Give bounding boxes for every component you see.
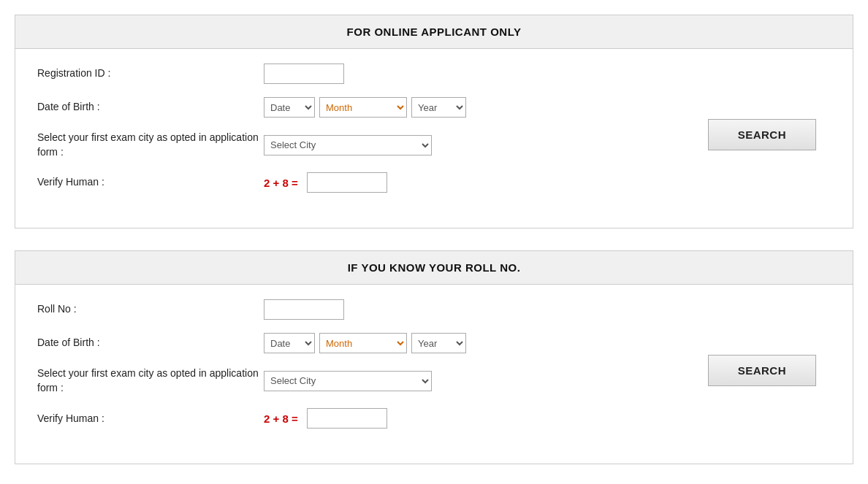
roll-no-row: Roll No : [37, 299, 693, 320]
city-label-2: Select your first exam city as opted in … [37, 366, 264, 395]
registration-id-controls [264, 64, 344, 84]
city-select-2[interactable]: Select City DelhiMumbaiChennai KolkataBa… [264, 371, 432, 391]
search-button-1[interactable]: SEARCH [708, 119, 816, 150]
verify-input-2[interactable] [307, 408, 387, 429]
roll-no-label: Roll No : [37, 302, 264, 317]
dob-year-select-1[interactable]: Year 1990199119921993 1994199519961997 1… [411, 97, 466, 118]
dob-month-select-1[interactable]: Month JanuaryFebruaryMarchApril MayJuneJ… [319, 97, 407, 118]
roll-no-input[interactable] [264, 299, 344, 320]
verify-equation-2: 2 + 8 = [264, 412, 298, 425]
dob-controls-1: Date 12345 678910 1112131415 1617181920 … [264, 97, 466, 118]
city-controls-1: Select City DelhiMumbaiChennai KolkataBa… [264, 135, 432, 155]
verify-row-2: Verify Human : 2 + 8 = [37, 408, 693, 429]
online-applicant-section: FOR ONLINE APPLICANT ONLY Registration I… [15, 15, 853, 228]
dob-row-1: Date of Birth : Date 12345 678910 111213… [37, 97, 693, 118]
verify-controls-2: 2 + 8 = [264, 408, 387, 429]
roll-no-section: IF YOU KNOW YOUR ROLL NO. Roll No : Date… [15, 250, 853, 464]
dob-date-select-1[interactable]: Date 12345 678910 1112131415 1617181920 … [264, 97, 315, 118]
registration-id-row: Registration ID : [37, 64, 693, 84]
online-applicant-form: Registration ID : Date of Birth : Date 1… [37, 64, 693, 206]
verify-input-1[interactable] [307, 172, 387, 193]
city-label-1: Select your first exam city as opted in … [37, 131, 264, 159]
verify-label-2: Verify Human : [37, 412, 264, 426]
dob-year-select-2[interactable]: Year 1990199119921993 1994199519961997 1… [411, 333, 466, 353]
roll-no-controls [264, 299, 344, 320]
verify-row-1: Verify Human : 2 + 8 = [37, 172, 693, 193]
registration-id-input[interactable] [264, 64, 344, 84]
search-btn-container-2: SEARCH [708, 355, 831, 386]
city-row-2: Select your first exam city as opted in … [37, 366, 693, 395]
dob-controls-2: Date 12345 678910 1112131415 1617181920 … [264, 333, 466, 353]
verify-equation-1: 2 + 8 = [264, 177, 298, 189]
dob-month-select-2[interactable]: Month JanuaryFebruaryMarchApril MayJuneJ… [319, 333, 407, 353]
city-row-1: Select your first exam city as opted in … [37, 131, 693, 159]
dob-label-1: Date of Birth : [37, 100, 264, 115]
verify-label-1: Verify Human : [37, 175, 264, 190]
search-button-2[interactable]: SEARCH [708, 355, 816, 386]
dob-date-select-2[interactable]: Date 12345 678910 1112131415 1617181920 … [264, 333, 315, 353]
online-applicant-title: FOR ONLINE APPLICANT ONLY [15, 15, 853, 49]
roll-no-form: Roll No : Date of Birth : Date 12345 678… [37, 299, 693, 442]
city-controls-2: Select City DelhiMumbaiChennai KolkataBa… [264, 371, 432, 391]
dob-label-2: Date of Birth : [37, 336, 264, 350]
registration-id-label: Registration ID : [37, 66, 264, 81]
verify-controls-1: 2 + 8 = [264, 172, 387, 193]
dob-row-2: Date of Birth : Date 12345 678910 111213… [37, 333, 693, 353]
roll-no-title: IF YOU KNOW YOUR ROLL NO. [15, 251, 853, 285]
city-select-1[interactable]: Select City DelhiMumbaiChennai KolkataBa… [264, 135, 432, 155]
search-btn-container-1: SEARCH [708, 119, 831, 150]
